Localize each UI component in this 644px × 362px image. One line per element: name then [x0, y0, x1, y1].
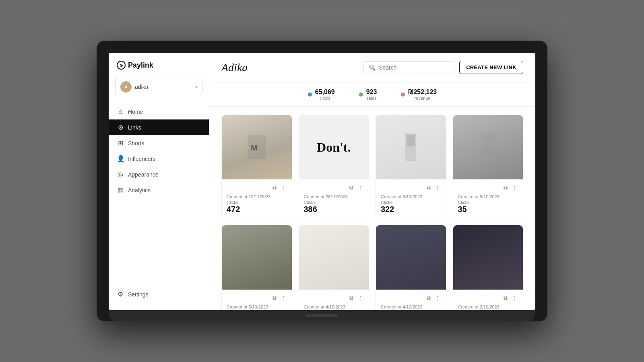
- stat-clicks: 65,069 clicks: [308, 88, 335, 101]
- card-date-2: Created at 26/10/2023: [304, 194, 364, 199]
- clicks-label: clicks: [315, 96, 335, 101]
- copy-button[interactable]: ⧉: [426, 294, 431, 302]
- sales-number: 923: [366, 88, 377, 96]
- card-image-7: [376, 225, 446, 290]
- card-clicks-num-3: 322: [381, 205, 441, 214]
- more-button[interactable]: ⋮: [511, 294, 518, 302]
- main-content: Adika 🔍 CREATE NEW LINK 65,069 clicks: [209, 53, 535, 310]
- sidebar-item-appearance[interactable]: ◎ Appearance: [109, 167, 209, 182]
- card-actions-1: ⧉ ⋮: [227, 183, 287, 192]
- more-button[interactable]: ⋮: [357, 294, 364, 302]
- app-name: Paylink: [128, 61, 153, 70]
- sidebar-item-analytics[interactable]: ▦ Analytics: [109, 182, 209, 198]
- sales-label: sales: [366, 96, 377, 101]
- more-button[interactable]: ⋮: [357, 184, 364, 192]
- sidebar-item-shorts-label: Shorts: [128, 140, 144, 146]
- copy-button[interactable]: ⧉: [349, 183, 354, 192]
- card-footer-1: ⧉ ⋮ Created at 19/11/2023 Clicks 472: [222, 179, 292, 218]
- card-image-3: [376, 115, 446, 179]
- shorts-icon: ⊞: [117, 139, 124, 147]
- settings-icon: ⚙: [117, 290, 124, 298]
- card-actions-7: ⧉ ⋮: [381, 294, 441, 302]
- card-actions-2: ⧉ ⋮: [304, 183, 364, 192]
- svg-text:M: M: [251, 143, 258, 152]
- brand-name: Adika: [221, 61, 248, 74]
- sidebar-item-settings[interactable]: ⚙ Settings: [109, 286, 209, 302]
- copy-button[interactable]: ⧉: [503, 183, 508, 192]
- more-button[interactable]: ⋮: [434, 184, 441, 192]
- card-actions-5: ⧉ ⋮: [227, 294, 287, 302]
- card-date-5: Created at 5/10/2023: [227, 304, 287, 309]
- card-actions-6: ⧉ ⋮: [304, 294, 364, 302]
- sidebar-item-links[interactable]: ⊗ Links: [109, 119, 209, 135]
- brand-logo: Adika: [221, 61, 248, 74]
- card-date-7: Created at 4/10/2023: [381, 304, 441, 309]
- link-card[interactable]: Don't. ⧉ ⋮ Created at 26/10/2023 Clicks …: [299, 115, 369, 218]
- search-input[interactable]: [379, 64, 449, 71]
- card-footer-8: ⧉ ⋮ Created at 2/10/2023 Clicks 433: [453, 290, 523, 310]
- screen: ⊘ Paylink A adika ▾ ⌂ Home ⊗ Links ⊞: [109, 53, 535, 310]
- more-button[interactable]: ⋮: [280, 184, 287, 192]
- link-card[interactable]: ⧉ ⋮ Created at 5/10/2023 Clicks 253: [221, 225, 292, 310]
- card-image-2: Don't.: [299, 115, 369, 179]
- chevron-down-icon: ▾: [195, 85, 197, 89]
- link-card[interactable]: ⧉ ⋮ Created at 5/10/2023 Clicks 35: [453, 115, 524, 218]
- links-grid: M ⧉ ⋮ Created at 19/11/2023 Clicks 472: [221, 115, 523, 310]
- revenue-number: ₪252,123: [408, 88, 437, 96]
- card-clicks-label-3: Clicks: [381, 200, 441, 205]
- card-image-5: [222, 225, 292, 290]
- card-footer-3: ⧉ ⋮ Created at 6/10/2023 Clicks 322: [376, 179, 446, 218]
- copy-button[interactable]: ⧉: [272, 183, 277, 192]
- sidebar-item-influencers[interactable]: 👤 Influencers: [109, 151, 209, 167]
- sidebar-item-shorts[interactable]: ⊞ Shorts: [109, 135, 209, 151]
- account-selector[interactable]: A adika ▾: [115, 78, 202, 96]
- card-date-4: Created at 5/10/2023: [458, 194, 518, 199]
- more-button[interactable]: ⋮: [280, 294, 287, 302]
- card-footer-2: ⧉ ⋮ Created at 26/10/2023 Clicks 386: [299, 179, 369, 218]
- sidebar-item-home[interactable]: ⌂ Home: [109, 104, 209, 119]
- appearance-icon: ◎: [117, 171, 124, 178]
- link-card[interactable]: ⧉ ⋮ Created at 4/10/2023 Clicks 419: [299, 225, 369, 310]
- card-actions-4: ⧉ ⋮: [458, 183, 518, 192]
- link-card[interactable]: ⧉ ⋮ Created at 6/10/2023 Clicks 322: [376, 115, 446, 218]
- sidebar-item-home-label: Home: [128, 109, 143, 115]
- laptop-frame: ⊘ Paylink A adika ▾ ⌂ Home ⊗ Links ⊞: [97, 41, 547, 321]
- sidebar-item-links-label: Links: [128, 124, 141, 131]
- more-button[interactable]: ⋮: [434, 294, 441, 302]
- card-date-3: Created at 6/10/2023: [381, 194, 441, 199]
- revenue-label: revenue: [408, 96, 437, 101]
- card-clicks-num-4: 35: [458, 205, 518, 214]
- svg-rect-3: [407, 135, 415, 146]
- app-logo: ⊘ Paylink: [109, 61, 209, 78]
- more-button[interactable]: ⋮: [511, 184, 518, 192]
- link-card[interactable]: ⧉ ⋮ Created at 2/10/2023 Clicks 433: [453, 225, 524, 310]
- card-date-8: Created at 2/10/2023: [458, 304, 518, 309]
- laptop-notch: [306, 314, 338, 317]
- stats-row: 65,069 clicks 923 sales ₪252,123 reven: [209, 82, 535, 107]
- search-bar[interactable]: 🔍: [363, 61, 454, 74]
- laptop-base: [109, 310, 535, 321]
- copy-button[interactable]: ⧉: [349, 294, 354, 302]
- revenue-dot: [401, 93, 405, 97]
- create-new-link-button[interactable]: CREATE NEW LINK: [459, 61, 523, 74]
- sidebar-item-appearance-label: Appearance: [128, 171, 159, 178]
- link-card[interactable]: ⧉ ⋮ Created at 4/10/2023 Clicks 418: [376, 225, 446, 310]
- avatar: A: [120, 81, 132, 93]
- card-image-6: [299, 225, 369, 290]
- copy-button[interactable]: ⧉: [426, 183, 431, 192]
- card-clicks-label-4: Clicks: [458, 200, 518, 205]
- search-icon: 🔍: [369, 64, 376, 71]
- clicks-stat: 65,069 clicks: [315, 88, 335, 101]
- card-clicks-num-1: 472: [227, 205, 287, 214]
- account-name: adika: [135, 84, 192, 90]
- card-footer-7: ⧉ ⋮ Created at 4/10/2023 Clicks 418: [376, 290, 446, 310]
- logo-icon: ⊘: [117, 61, 126, 70]
- svg-rect-4: [481, 132, 495, 162]
- page-header: Adika 🔍 CREATE NEW LINK: [209, 53, 535, 82]
- clicks-number: 65,069: [315, 88, 335, 96]
- copy-button[interactable]: ⧉: [272, 294, 277, 302]
- copy-button[interactable]: ⧉: [503, 294, 508, 302]
- card-date-1: Created at 19/11/2023: [227, 194, 287, 199]
- link-card[interactable]: M ⧉ ⋮ Created at 19/11/2023 Clicks 472: [221, 115, 292, 218]
- card-clicks-label-1: Clicks: [227, 200, 287, 205]
